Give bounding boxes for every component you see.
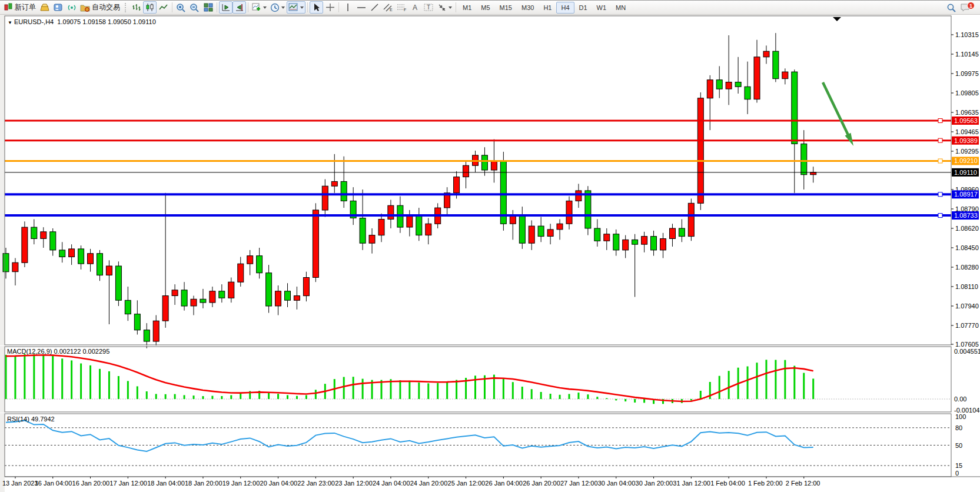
time-axis-label: 30 Jan 20:00 (636, 480, 673, 487)
timeframe-button-m5[interactable]: M5 (476, 2, 494, 14)
hline-tool-button[interactable] (354, 1, 368, 14)
shapes-arrows-icon (437, 3, 447, 12)
timeframe-button-h4[interactable]: H4 (556, 2, 574, 14)
dropdown-arrow-icon (300, 6, 304, 9)
candle-body (313, 210, 318, 278)
timeframe-button-m30[interactable]: M30 (517, 2, 539, 14)
candle-body (106, 266, 112, 275)
period-button[interactable] (268, 1, 287, 14)
candle-body (322, 186, 328, 210)
price-axis-label: 1.09975 (955, 70, 979, 77)
time-axis-label: 24 Jan 04:00 (373, 480, 410, 487)
hline-anchor-handle[interactable] (938, 159, 942, 163)
candle-body (782, 72, 788, 79)
vline-tool-button[interactable] (341, 1, 354, 14)
zoom-out-button[interactable] (188, 1, 201, 14)
chart-shift-button[interactable] (232, 1, 246, 14)
svg-text:T: T (427, 4, 430, 11)
market-watch-button[interactable] (38, 1, 51, 14)
hline-anchor-handle[interactable] (938, 138, 942, 142)
candle-body (331, 181, 337, 186)
channel-tool-button[interactable]: E (381, 1, 395, 14)
vertical-line-icon (345, 3, 351, 12)
rsi-indicator-label: RSI(14) 49.7942 (7, 415, 55, 423)
hline-price-tag-label: 1.08733 (954, 212, 978, 219)
autotrade-button[interactable]: 自动交易 (78, 1, 122, 14)
search-button[interactable] (945, 1, 958, 14)
dropdown-arrow-icon (449, 6, 452, 9)
timeframe-button-m15[interactable]: M15 (495, 2, 517, 14)
timeframe-button-w1[interactable]: W1 (592, 2, 612, 14)
candle-body (78, 249, 84, 264)
notification-badge[interactable]: 1 (967, 2, 975, 9)
hline-anchor-handle[interactable] (938, 192, 942, 197)
timeframe-button-mn[interactable]: MN (611, 2, 630, 14)
timeframe-button-d1[interactable]: D1 (574, 2, 592, 14)
time-axis-label: 24 Jan 20:00 (410, 480, 448, 487)
candle-body (679, 228, 685, 237)
hline-anchor-handle[interactable] (938, 214, 942, 218)
candle-body (604, 234, 610, 241)
cursor-tool-button[interactable] (310, 1, 323, 14)
toolbar-separator (338, 2, 339, 12)
candle-body (125, 300, 131, 314)
candle-body (463, 165, 469, 177)
hline-anchor-handle[interactable] (938, 119, 942, 123)
bar-chart-icon (132, 3, 141, 12)
price-axis-label: 1.07770 (955, 322, 979, 329)
timeframe-button-m1[interactable]: M1 (458, 2, 476, 14)
toolbar: 新订单 自动交易 (0, 0, 980, 15)
candle-body (735, 82, 741, 87)
candle-body (266, 273, 272, 306)
trendline-icon (370, 3, 379, 12)
candle-body (697, 98, 703, 204)
chart-canvas[interactable]: 1.103151.101451.099751.098051.096351.094… (0, 15, 980, 492)
template-button[interactable] (287, 1, 305, 14)
time-axis-label: 1 Feb 20:00 (748, 480, 783, 487)
clock-icon (270, 3, 280, 12)
time-axis-label: 13 Jan 2023 (2, 480, 38, 487)
price-axis-label: 1.08280 (955, 264, 979, 271)
candlestick-chart-button[interactable] (143, 1, 157, 14)
zoom-in-button[interactable] (174, 1, 188, 14)
time-axis-label: 23 Jan 12:00 (335, 480, 373, 487)
chart-collapse-icon[interactable]: ▼ (8, 20, 12, 25)
chart-background (5, 16, 951, 477)
candle-body (716, 80, 722, 89)
arrows-tool-button[interactable] (436, 1, 454, 14)
fibonacci-tool-button[interactable]: F (395, 1, 408, 14)
candle-body (632, 240, 638, 244)
add-indicator-button[interactable] (250, 1, 268, 14)
new-order-button[interactable]: 新订单 (2, 1, 38, 14)
candle-body (754, 57, 760, 99)
chart-shift-icon (235, 3, 244, 12)
price-axis-background (951, 15, 980, 492)
price-axis-label: 1.08450 (955, 244, 979, 251)
data-window-button[interactable] (51, 1, 65, 14)
text-tool-button[interactable]: A (408, 1, 422, 14)
candle-body (623, 240, 629, 250)
rsi-axis-label: 80 (955, 424, 962, 431)
zoom-in-icon (176, 3, 186, 12)
candle-body (41, 232, 46, 239)
price-axis-label: 1.09635 (955, 109, 979, 116)
auto-scroll-button[interactable] (219, 1, 232, 14)
timeframe-button-h1[interactable]: H1 (539, 2, 556, 14)
add-indicator-icon (252, 3, 261, 12)
candle-body (642, 237, 647, 245)
tile-windows-button[interactable] (201, 1, 215, 14)
autotrade-label: 自动交易 (92, 2, 120, 12)
candle-body (745, 87, 750, 99)
candle-body (670, 228, 676, 239)
signal-button[interactable] (65, 1, 78, 14)
trendline-tool-button[interactable] (368, 1, 381, 14)
text-label-tool-button[interactable]: T (422, 1, 436, 14)
chat-button[interactable]: 1 (958, 1, 972, 14)
candle-body (162, 296, 168, 321)
text-icon: A (411, 3, 420, 12)
toolbar-separator (172, 2, 172, 12)
line-chart-button[interactable] (157, 1, 170, 14)
crosshair-tool-button[interactable] (323, 1, 337, 14)
hline-price-tag-label: 1.08917 (954, 191, 978, 198)
bar-chart-button[interactable] (129, 1, 143, 14)
